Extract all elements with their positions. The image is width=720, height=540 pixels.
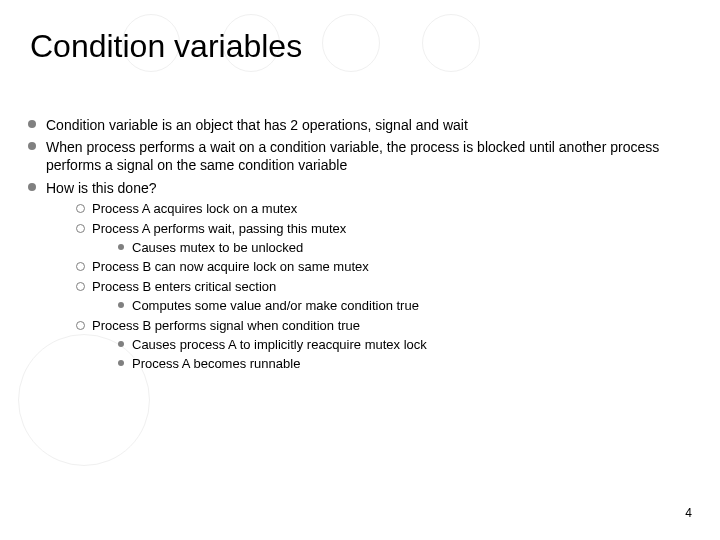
bullet-level2: Process A performs wait, passing this mu… (74, 221, 696, 257)
bullet-level2: Process A acquires lock on a mutex (74, 201, 696, 218)
bullet-level3: Causes mutex to be unlocked (116, 240, 696, 257)
bullet-text: Causes mutex to be unlocked (132, 240, 303, 255)
bullet-level2: Process B performs signal when condition… (74, 318, 696, 373)
page-number: 4 (685, 506, 692, 520)
decorative-circle (422, 14, 480, 72)
slide: Condition variables Condition variable i… (0, 0, 720, 540)
bullet-level1: Condition variable is an object that has… (24, 116, 696, 134)
slide-body: Condition variable is an object that has… (24, 116, 696, 377)
bullet-level1: How is this done? Process A acquires loc… (24, 179, 696, 373)
bullet-text: Process A becomes runnable (132, 356, 300, 371)
bullet-text: Condition variable is an object that has… (46, 117, 468, 133)
bullet-level2: Process B enters critical section Comput… (74, 279, 696, 315)
bullet-level3: Process A becomes runnable (116, 356, 696, 373)
bullet-text: When process performs a wait on a condit… (46, 139, 659, 173)
bullet-text: Process A performs wait, passing this mu… (92, 221, 346, 236)
bullet-text: Process B enters critical section (92, 279, 276, 294)
bullet-text: How is this done? (46, 180, 157, 196)
bullet-text: Computes some value and/or make conditio… (132, 298, 419, 313)
bullet-text: Process B performs signal when condition… (92, 318, 360, 333)
bullet-level1: When process performs a wait on a condit… (24, 138, 696, 174)
bullet-level3: Causes process A to implicitly reacquire… (116, 337, 696, 354)
bullet-text: Causes process A to implicitly reacquire… (132, 337, 427, 352)
bullet-level3: Computes some value and/or make conditio… (116, 298, 696, 315)
decorative-circle (322, 14, 380, 72)
bullet-text: Process B can now acquire lock on same m… (92, 259, 369, 274)
bullet-level2: Process B can now acquire lock on same m… (74, 259, 696, 276)
bullet-text: Process A acquires lock on a mutex (92, 201, 297, 216)
slide-title: Condition variables (30, 28, 302, 65)
